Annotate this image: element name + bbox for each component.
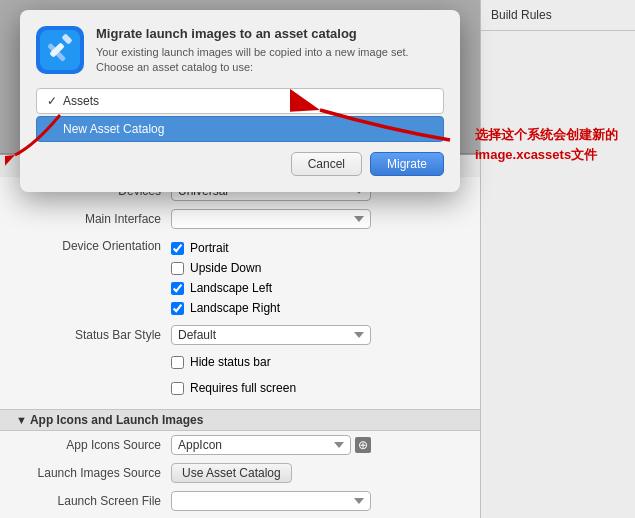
left-arrow-annotation [5,105,65,185]
app-icons-source-control[interactable]: AppIcon ⊕ [171,435,464,455]
migrate-button[interactable]: Migrate [370,152,444,176]
launch-images-source-row: Launch Images Source Use Asset Catalog [0,459,480,487]
dialog-text-area: Migrate launch images to an asset catalo… [96,26,444,76]
portrait-label: Portrait [190,241,229,255]
landscape-right-row[interactable]: Landscape Right [171,299,464,317]
launch-screen-file-row: Launch Screen File [0,487,480,515]
app-icons-section-header: ▼ App Icons and Launch Images [0,409,480,431]
upside-down-label: Upside Down [190,261,261,275]
dialog-icon [36,26,84,74]
dialog-buttons: Cancel Migrate [36,152,444,176]
requires-full-screen-row: Requires full screen [0,375,480,401]
launch-screen-file-control[interactable] [171,491,464,511]
assets-option-label: Assets [63,94,99,108]
status-bar-style-select[interactable]: Default [171,325,371,345]
device-orientation-row: Device Orientation Portrait Upside Down … [0,233,480,321]
landscape-right-checkbox[interactable] [171,302,184,315]
app-icons-section-title: App Icons and Launch Images [30,413,203,427]
launch-images-source-label: Launch Images Source [16,466,161,480]
hide-status-bar-row: Hide status bar [0,349,480,375]
main-interface-control[interactable] [171,209,464,229]
requires-full-screen-checkbox[interactable] [171,382,184,395]
app-icons-source-row: App Icons Source AppIcon ⊕ [0,431,480,459]
requires-full-screen-label: Requires full screen [190,381,296,395]
use-asset-catalog-button[interactable]: Use Asset Catalog [171,463,292,483]
dialog-header: Migrate launch images to an asset catalo… [36,26,444,76]
app-icons-source-select[interactable]: AppIcon [171,435,351,455]
landscape-left-row[interactable]: Landscape Left [171,279,464,297]
launch-screen-file-select[interactable] [171,491,371,511]
upside-down-row[interactable]: Upside Down [171,259,464,277]
main-interface-row: Main Interface [0,205,480,233]
dialog-description: Your existing launch images will be copi… [96,45,444,76]
hide-status-bar-checkbox[interactable] [171,356,184,369]
main-interface-select[interactable] [171,209,371,229]
build-rules-tab[interactable]: Build Rules [481,0,635,31]
landscape-left-label: Landscape Left [190,281,272,295]
right-panel: Build Rules [480,0,635,518]
app-icons-plus-icon[interactable]: ⊕ [355,437,371,453]
annotation-text: 选择这个系统会创建新的image.xcassets文件 [475,125,630,164]
content-area: Deployment Target 7.0 Devices Universal … [0,145,480,518]
dialog-title: Migrate launch images to an asset catalo… [96,26,444,41]
section-triangle-icon: ▼ [16,414,30,426]
annotation-container: 选择这个系统会创建新的image.xcassets文件 [475,125,630,164]
main-panel: Deployment Target 7.0 Devices Universal … [0,0,480,518]
cancel-button[interactable]: Cancel [291,152,362,176]
requires-full-screen-control[interactable]: Requires full screen [171,379,464,397]
hide-status-bar-label: Hide status bar [190,355,271,369]
new-asset-catalog-label: New Asset Catalog [63,122,164,136]
launch-screen-file-label: Launch Screen File [16,494,161,508]
status-bar-style-label: Status Bar Style [16,328,161,342]
hide-status-bar-checkbox-row[interactable]: Hide status bar [171,353,464,371]
landscape-left-checkbox[interactable] [171,282,184,295]
upside-down-checkbox[interactable] [171,262,184,275]
device-orientation-label: Device Orientation [16,239,161,253]
main-interface-label: Main Interface [16,212,161,226]
orientation-group: Portrait Upside Down Landscape Left Land… [171,239,464,317]
status-bar-style-row: Status Bar Style Default [0,321,480,349]
portrait-row[interactable]: Portrait [171,239,464,257]
app-icons-source-label: App Icons Source [16,438,161,452]
hide-status-bar-control[interactable]: Hide status bar [171,353,464,371]
requires-full-screen-checkbox-row[interactable]: Requires full screen [171,379,464,397]
launch-images-source-control[interactable]: Use Asset Catalog [171,463,464,483]
status-bar-style-control[interactable]: Default [171,325,464,345]
landscape-right-label: Landscape Right [190,301,280,315]
right-arrow-annotation [290,80,460,150]
portrait-checkbox[interactable] [171,242,184,255]
